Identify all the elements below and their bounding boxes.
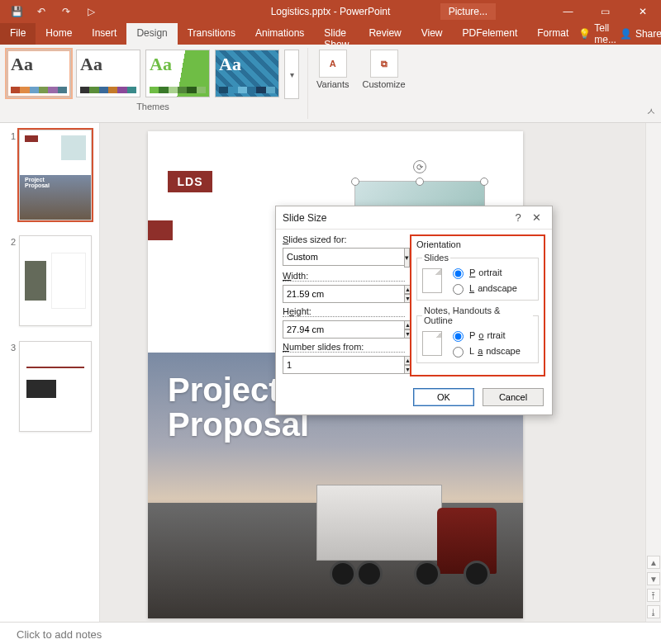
start-slideshow-icon[interactable]: ▷ xyxy=(81,2,101,21)
share-icon: 👤 xyxy=(620,28,632,40)
dialog-left-column: Slides sized for: ▾ Width: ▲▼ Height: ▲▼ xyxy=(283,234,405,376)
slides-landscape-radio[interactable]: Landscape xyxy=(449,282,517,295)
save-icon[interactable]: 💾 xyxy=(7,2,26,21)
sized-for-input[interactable] xyxy=(283,248,404,266)
theme-swatch-4[interactable]: Aa xyxy=(215,50,279,97)
redo-icon[interactable]: ↷ xyxy=(56,2,76,21)
notes-placeholder: Click to add notes xyxy=(17,628,102,641)
variants-button[interactable]: A Variants xyxy=(310,45,356,122)
slides-portrait-radio[interactable]: Portrait xyxy=(449,266,517,279)
tab-view[interactable]: View xyxy=(411,23,453,45)
slides-orientation-group: Slides Portrait Landscape xyxy=(416,253,539,301)
workspace: 1 ProjectProposal 2 3 LDS xyxy=(0,123,661,622)
notes-orientation-group: Notes, Handouts & Outline Portrait Lands… xyxy=(416,305,539,363)
rotate-handle[interactable]: ⟳ xyxy=(413,160,426,173)
variants-label: Variants xyxy=(316,79,350,89)
number-input[interactable] xyxy=(283,356,404,374)
number-from-label: Number slides from: xyxy=(283,342,405,353)
logo[interactable]: LDS xyxy=(168,171,212,192)
notes-group-legend: Notes, Handouts & Outline xyxy=(422,305,533,325)
accent-block xyxy=(148,220,173,240)
ribbon-tabs: File Home Insert Design Transitions Anim… xyxy=(0,23,661,45)
scroll-up-icon[interactable]: ▲ xyxy=(647,556,660,569)
cancel-button[interactable]: Cancel xyxy=(483,388,544,406)
prev-slide-icon[interactable]: ⭱ xyxy=(647,589,660,602)
close-button[interactable]: ✕ xyxy=(624,0,661,23)
tab-pdfelement[interactable]: PDFelement xyxy=(453,23,528,45)
width-label: Width: xyxy=(283,271,405,282)
page-icon xyxy=(422,268,442,293)
dialog-titlebar[interactable]: Slide Size ? ✕ xyxy=(276,206,552,230)
slide-thumbnail-panel[interactable]: 1 ProjectProposal 2 3 xyxy=(0,123,100,622)
ok-button[interactable]: OK xyxy=(413,388,474,406)
undo-icon[interactable]: ↶ xyxy=(31,2,51,21)
tell-me-label: Tell me... xyxy=(594,22,616,45)
slide-thumbnail-2[interactable] xyxy=(19,235,92,326)
slide-thumbnail-1[interactable]: ProjectProposal xyxy=(19,130,92,220)
slide-editor[interactable]: LDS ⟳ ProjectProposal xyxy=(100,123,661,622)
context-tab-picture[interactable]: Picture... xyxy=(440,3,496,20)
tell-me-search[interactable]: 💡 Tell me... xyxy=(578,22,616,45)
notes-pane[interactable]: Click to add notes xyxy=(0,622,661,644)
sized-for-combo[interactable]: ▾ xyxy=(283,248,405,268)
tab-slideshow[interactable]: Slide Show xyxy=(314,23,359,45)
height-label: Height: xyxy=(283,306,405,317)
tab-file[interactable]: File xyxy=(0,23,36,45)
dialog-title: Slide Size xyxy=(283,212,509,224)
customize-label: Customize xyxy=(363,79,406,89)
tab-transitions[interactable]: Transitions xyxy=(178,23,245,45)
title-bar: 💾 ↶ ↷ ▷ Logistics.pptx - PowerPoint Pict… xyxy=(0,0,661,23)
themes-more-button[interactable]: ▾ xyxy=(284,50,299,99)
theme-swatch-3[interactable]: Aa xyxy=(145,50,210,97)
tab-review[interactable]: Review xyxy=(359,23,411,45)
dialog-close-button[interactable]: ✕ xyxy=(527,211,545,224)
window-buttons: — ▭ ✕ xyxy=(549,0,661,23)
lightbulb-icon: 💡 xyxy=(578,28,591,40)
height-spinner[interactable]: ▲▼ xyxy=(283,320,342,339)
notes-landscape-radio[interactable]: Landscape xyxy=(449,344,521,358)
themes-group: Aa Aa Aa Aa ▾ Themes xyxy=(0,45,306,122)
dialog-help-button[interactable]: ? xyxy=(509,211,527,224)
page-icon xyxy=(422,331,442,356)
slides-group-legend: Slides xyxy=(422,253,450,263)
width-spinner[interactable]: ▲▼ xyxy=(283,285,342,303)
thumb-number: 1 xyxy=(7,130,16,220)
tab-format[interactable]: Format xyxy=(527,23,578,45)
resize-handle[interactable] xyxy=(351,178,359,186)
width-input[interactable] xyxy=(283,285,404,303)
resize-handle[interactable] xyxy=(416,178,424,186)
truck-graphic xyxy=(316,468,506,592)
height-input[interactable] xyxy=(283,320,404,339)
maximize-button[interactable]: ▭ xyxy=(587,0,624,23)
thumb-number: 3 xyxy=(7,341,16,432)
tab-insert[interactable]: Insert xyxy=(82,23,126,45)
scroll-down-icon[interactable]: ▼ xyxy=(647,572,660,585)
tab-home[interactable]: Home xyxy=(36,23,82,45)
customize-button[interactable]: ⧉ Customize xyxy=(356,45,412,122)
vertical-scrollbar[interactable]: ▲ ▼ ⭱ ⭳ xyxy=(645,123,661,622)
tab-design[interactable]: Design xyxy=(126,23,177,45)
customize-icon: ⧉ xyxy=(370,50,398,78)
collapse-ribbon-button[interactable]: ㅅ xyxy=(646,105,656,119)
orientation-label: Orientation xyxy=(416,239,539,249)
ribbon-design: Aa Aa Aa Aa ▾ Themes A Variants ⧉ Custom… xyxy=(0,45,661,123)
chevron-down-icon[interactable]: ▾ xyxy=(404,248,410,268)
window-title: Logistics.pptx - PowerPoint xyxy=(271,6,391,17)
theme-swatch-1[interactable]: Aa xyxy=(7,50,71,97)
thumb-number: 2 xyxy=(7,235,16,326)
notes-portrait-radio[interactable]: Portrait xyxy=(449,329,521,342)
theme-swatch-2[interactable]: Aa xyxy=(76,50,140,97)
tab-animations[interactable]: Animations xyxy=(245,23,314,45)
share-button[interactable]: 👤 Share xyxy=(620,28,661,40)
slide-size-dialog: Slide Size ? ✕ Slides sized for: ▾ Width… xyxy=(275,206,553,415)
orientation-section: Orientation Slides Portrait Landscape xyxy=(410,234,545,376)
themes-group-label: Themes xyxy=(0,101,306,114)
number-spinner[interactable]: ▲▼ xyxy=(283,356,326,374)
resize-handle[interactable] xyxy=(480,178,488,186)
minimize-button[interactable]: — xyxy=(549,0,587,23)
next-slide-icon[interactable]: ⭳ xyxy=(647,605,660,618)
variants-icon: A xyxy=(319,50,347,78)
share-label: Share xyxy=(635,28,661,40)
sized-for-label: Slides sized for: xyxy=(283,234,405,244)
slide-thumbnail-3[interactable] xyxy=(19,341,92,432)
